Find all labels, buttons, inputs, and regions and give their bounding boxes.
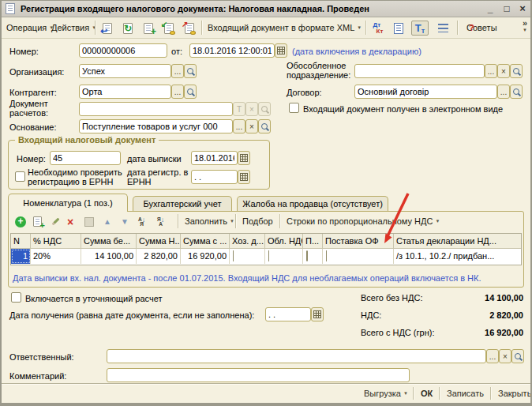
column-header-n: N: [11, 234, 31, 249]
dt-kt-button[interactable]: ДтКт: [369, 21, 387, 36]
responsible-select-button[interactable]: ...: [486, 349, 499, 363]
edoc-checkbox-label: Входящий документ получен в электронном …: [303, 104, 503, 114]
division-select-button[interactable]: ...: [485, 64, 497, 78]
basis-select-button[interactable]: ...: [233, 119, 245, 133]
pick-button[interactable]: Подбор: [240, 214, 275, 229]
cell-sum-vat[interactable]: 2 820,00: [137, 249, 181, 264]
cell-obl-vat-checkbox[interactable]: [265, 249, 303, 264]
cell-declaration-article[interactable]: /з 10.1., 10.2./ придбан...: [394, 249, 521, 264]
unpost-document-button[interactable]: ↗: [181, 21, 198, 36]
vat-total-value: 2 820,00: [432, 310, 523, 320]
reg-date-input[interactable]: [191, 170, 238, 184]
receive-date-calendar-button[interactable]: [311, 307, 324, 321]
sort-ascending-button[interactable]: А↓Я: [138, 214, 145, 229]
actions-menu-button[interactable]: Действия▼: [49, 21, 99, 36]
move-row-up-button[interactable]: ▲: [103, 214, 111, 229]
p-checkbox[interactable]: [306, 250, 308, 261]
cell-sum-with[interactable]: 16 920,00: [181, 249, 230, 264]
copy-row-button[interactable]: +: [33, 214, 42, 229]
tab-complaint[interactable]: Жалоба на продавца (отсутствует): [237, 196, 388, 211]
close-button[interactable]: ×: [515, 2, 530, 16]
end-edit-icon: [84, 217, 94, 227]
responsible-clear-button[interactable]: ×: [499, 349, 511, 363]
add-row-button[interactable]: +: [15, 214, 26, 229]
settlement-clear-button[interactable]: ×: [245, 102, 258, 116]
report-button[interactable]: [390, 21, 407, 36]
organization-open-button[interactable]: [184, 64, 197, 78]
basis-clear-button[interactable]: ×: [245, 119, 258, 133]
fill-menu-button[interactable]: Заполнить▼: [182, 214, 237, 229]
reread-button[interactable]: ↩: [99, 21, 116, 36]
ernn-check-checkbox[interactable]: [15, 171, 25, 182]
counterparty-select-button[interactable]: ...: [171, 85, 184, 99]
organization-input[interactable]: [79, 64, 171, 78]
clarifying-checkbox[interactable]: [11, 292, 21, 303]
move-row-down-button[interactable]: ▼: [121, 214, 129, 229]
settlement-open-button[interactable]: [258, 102, 271, 116]
date-input[interactable]: [189, 43, 275, 58]
end-edit-button[interactable]: [84, 214, 94, 229]
maximize-button[interactable]: □: [500, 2, 514, 16]
table-row[interactable]: 1 20% 14 100,00 2 820,00 16 920,00 /з 10…: [11, 249, 521, 264]
minimize-button[interactable]: _: [483, 2, 497, 16]
issue-date-input[interactable]: [191, 151, 238, 165]
contract-select-button[interactable]: ...: [497, 85, 510, 99]
division-open-button[interactable]: [510, 64, 523, 78]
structure-button[interactable]: Тт: [411, 21, 429, 36]
chevron-down-icon: ▼: [403, 391, 408, 396]
basis-open-button[interactable]: [258, 119, 271, 133]
edoc-checkbox[interactable]: [289, 103, 299, 113]
cell-supply-of-checkbox[interactable]: [323, 249, 394, 264]
cell-hoz-checkbox[interactable]: [230, 249, 265, 264]
supply-of-checkbox[interactable]: [325, 250, 391, 264]
obl-vat-checkbox[interactable]: [268, 250, 300, 264]
tab-accounting[interactable]: Бухгалтерский учет: [133, 196, 232, 211]
reg-date-label: дата регистр. в ЕРНН: [127, 167, 192, 186]
delete-row-button[interactable]: ×: [67, 214, 73, 229]
division-clear-button[interactable]: ×: [497, 64, 510, 78]
date-calendar-button[interactable]: [275, 43, 287, 58]
reg-date-calendar-button[interactable]: [238, 170, 250, 184]
list-settings-button[interactable]: [434, 21, 451, 36]
refresh-button[interactable]: ↻: [119, 21, 137, 36]
cell-n[interactable]: 1: [11, 249, 31, 264]
issue-date-calendar-button[interactable]: [238, 151, 250, 165]
tab-nomenclature[interactable]: Номенклатура (1 поз.): [8, 194, 128, 212]
organization-select-button[interactable]: ...: [171, 64, 184, 78]
save-button[interactable]: Записать: [444, 386, 487, 400]
cell-p-checkbox[interactable]: [303, 249, 323, 264]
contract-input[interactable]: [354, 85, 497, 99]
contract-open-button[interactable]: [510, 85, 523, 99]
ok-button[interactable]: ОК: [418, 386, 436, 400]
advice-button[interactable]: ? Советы: [462, 21, 500, 36]
comment-input[interactable]: [107, 368, 410, 382]
copy-button[interactable]: +: [140, 21, 157, 36]
counterparty-open-button[interactable]: [184, 85, 197, 99]
counterparty-input[interactable]: [79, 85, 171, 99]
responsible-open-button[interactable]: [511, 349, 524, 363]
magnifier-icon: [260, 105, 269, 114]
edit-row-button[interactable]: [51, 214, 60, 229]
receive-date-input[interactable]: [265, 307, 311, 321]
settlement-type-button[interactable]: T: [233, 102, 245, 116]
close-form-button[interactable]: Закрыть: [495, 386, 530, 400]
responsible-input[interactable]: [107, 349, 486, 363]
vat-rows-menu-button[interactable]: Строки по пропорциональному НДС▼: [284, 214, 442, 229]
export-menu-button[interactable]: Выгрузка▼: [361, 386, 411, 400]
post-document-button[interactable]: ↙: [160, 21, 178, 36]
settlement-document-input[interactable]: [79, 102, 233, 116]
basis-input[interactable]: [79, 119, 233, 133]
chevron-down-icon: ▼: [435, 219, 440, 224]
group-number-input[interactable]: [50, 151, 121, 165]
xml-document-menu-button[interactable]: Входящий документ в формате XML▼: [205, 21, 364, 36]
total-without-vat-value: 14 100,00: [432, 293, 523, 303]
number-input[interactable]: [79, 43, 167, 58]
add-icon: +: [15, 216, 26, 227]
cell-vat-percent[interactable]: 20%: [31, 249, 81, 264]
division-input[interactable]: [354, 64, 485, 78]
hoz-checkbox[interactable]: [232, 250, 262, 264]
separator: [413, 387, 414, 400]
cell-sum-without[interactable]: 14 100,00: [81, 249, 137, 264]
toolbar-overflow-button[interactable]: »▼: [523, 20, 527, 34]
sort-descending-button[interactable]: Я↓А: [157, 214, 164, 229]
